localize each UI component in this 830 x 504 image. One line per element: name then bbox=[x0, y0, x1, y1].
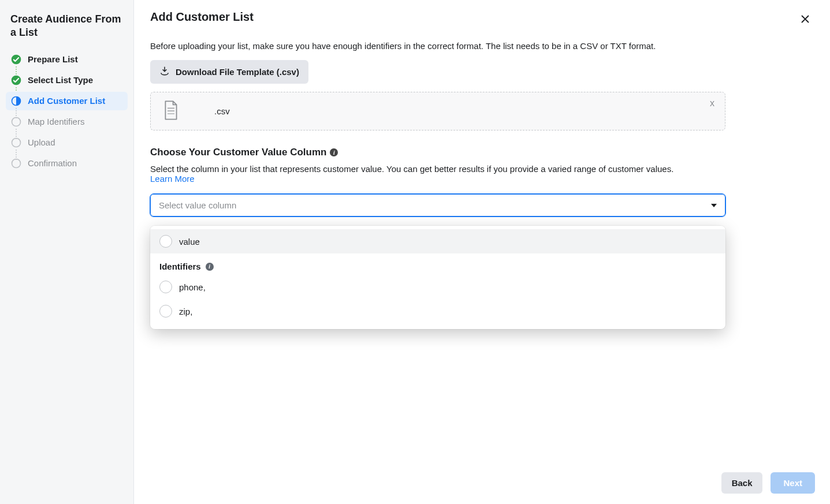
uploaded-file-name: .csv bbox=[214, 106, 230, 116]
download-icon bbox=[159, 66, 176, 78]
chevron-down-icon bbox=[711, 204, 717, 207]
close-button[interactable] bbox=[796, 10, 814, 29]
empty-circle-icon bbox=[10, 137, 22, 148]
remove-file-button[interactable]: x bbox=[709, 97, 716, 110]
learn-more-link[interactable]: Learn More bbox=[150, 174, 195, 184]
wizard-steps: Prepare List Select List Type Add Custom… bbox=[6, 50, 128, 173]
info-icon[interactable]: i bbox=[206, 263, 214, 271]
step-add-customer-list[interactable]: Add Customer List bbox=[6, 92, 128, 110]
file-dropzone[interactable]: .csv x bbox=[150, 92, 725, 130]
radio-icon bbox=[159, 235, 172, 248]
check-circle-icon bbox=[10, 74, 22, 86]
info-icon[interactable]: i bbox=[330, 148, 338, 156]
svg-point-3 bbox=[12, 117, 21, 126]
section-desc-text: Select the column in your list that repr… bbox=[150, 164, 673, 174]
option-label: phone, bbox=[179, 282, 206, 292]
intro-text: Before uploading your list, make sure yo… bbox=[150, 41, 814, 51]
dropdown-option-zip[interactable]: zip, bbox=[150, 299, 725, 323]
file-icon bbox=[162, 100, 180, 123]
step-label: Prepare List bbox=[28, 54, 78, 64]
value-column-dropdown: value Identifiers i phone, zip, bbox=[150, 226, 725, 329]
wizard-footer: Back Next bbox=[134, 462, 830, 504]
section-title-text: Choose Your Customer Value Column bbox=[150, 147, 326, 158]
step-label: Map Identifiers bbox=[28, 117, 84, 126]
identifiers-heading-text: Identifiers bbox=[159, 262, 201, 271]
section-title: Choose Your Customer Value Column i bbox=[150, 147, 814, 158]
download-template-label: Download File Template (.csv) bbox=[176, 67, 299, 77]
section-description: Select the column in your list that repr… bbox=[150, 164, 725, 184]
page-title: Add Customer List bbox=[150, 10, 796, 24]
step-confirmation: Confirmation bbox=[6, 154, 128, 173]
step-label: Confirmation bbox=[28, 158, 77, 168]
step-label: Add Customer List bbox=[28, 96, 105, 106]
option-label: zip, bbox=[179, 307, 192, 316]
option-label: value bbox=[179, 237, 200, 247]
half-circle-icon bbox=[10, 95, 22, 107]
svg-point-5 bbox=[12, 159, 21, 167]
main-panel: Add Customer List Before uploading your … bbox=[134, 0, 830, 504]
radio-icon bbox=[159, 281, 172, 293]
remove-file-label: x bbox=[710, 98, 714, 108]
empty-circle-icon bbox=[10, 158, 22, 169]
next-button[interactable]: Next bbox=[771, 472, 815, 494]
value-column-select[interactable]: Select value column bbox=[150, 194, 725, 216]
step-select-list-type[interactable]: Select List Type bbox=[6, 71, 128, 89]
select-placeholder: Select value column bbox=[159, 200, 236, 210]
step-prepare-list[interactable]: Prepare List bbox=[6, 50, 128, 69]
svg-point-4 bbox=[12, 138, 21, 147]
step-upload: Upload bbox=[6, 133, 128, 152]
download-template-button[interactable]: Download File Template (.csv) bbox=[150, 60, 308, 84]
close-icon bbox=[799, 18, 812, 27]
dropdown-identifiers-heading: Identifiers i bbox=[150, 253, 725, 275]
step-map-identifiers: Map Identifiers bbox=[6, 113, 128, 131]
dropdown-option-phone[interactable]: phone, bbox=[150, 275, 725, 299]
step-label: Upload bbox=[28, 137, 55, 147]
radio-icon bbox=[159, 305, 172, 318]
empty-circle-icon bbox=[10, 116, 22, 128]
step-label: Select List Type bbox=[28, 75, 93, 85]
check-circle-icon bbox=[10, 54, 22, 65]
wizard-sidebar: Create Audience From a List Prepare List… bbox=[0, 0, 134, 504]
back-button[interactable]: Back bbox=[721, 472, 763, 494]
dropdown-option-value[interactable]: value bbox=[150, 229, 725, 253]
sidebar-title: Create Audience From a List bbox=[10, 13, 123, 40]
